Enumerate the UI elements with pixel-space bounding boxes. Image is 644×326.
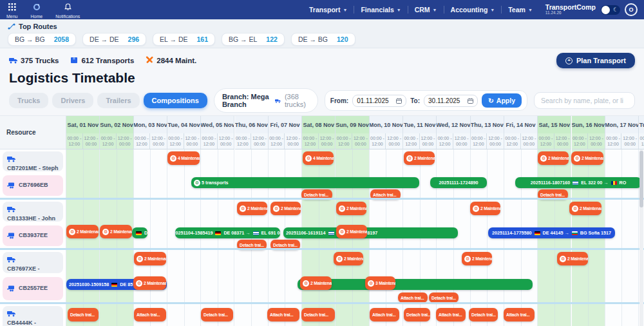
- apply-button[interactable]: ↻ Apply: [482, 93, 522, 108]
- navbar-item-label: Notifications: [55, 14, 80, 19]
- resource-trailer[interactable]: CB3937EE: [3, 225, 63, 246]
- bar-maintenance[interactable]: ⚙2 Maintenance !!: [134, 252, 166, 265]
- from-date-input[interactable]: [357, 97, 393, 104]
- bar-maintenance[interactable]: ⚙2 Maintenance !!: [100, 225, 132, 238]
- route-chip[interactable]: DE → DE296: [82, 33, 146, 46]
- route-count: 296: [128, 35, 140, 43]
- theme-toggle[interactable]: ☾: [601, 5, 620, 15]
- resource-truck[interactable]: CB1333HE - John Doe [1951]: [3, 202, 63, 222]
- gear-icon: ⚙: [406, 155, 413, 162]
- bar-trailer-op[interactable]: Attach trai...: [370, 308, 399, 321]
- bar-label: Detach trai...: [406, 312, 430, 317]
- resource-trailer[interactable]: CB7696EB: [3, 175, 63, 196]
- bar-maintenance[interactable]: ⚙2 Maintenance !!: [569, 202, 601, 215]
- bar-trailer-op[interactable]: Attach trai...: [267, 308, 299, 321]
- bar-maintenance[interactable]: ⚙2 Maintenance !!: [237, 202, 267, 215]
- day-header: Thu, 06 Nov: [235, 116, 269, 133]
- tab-trailers[interactable]: Trailers: [97, 93, 139, 108]
- scrollbar-thumb[interactable]: [639, 151, 643, 207]
- route-chip[interactable]: BG → BG2058: [8, 33, 76, 46]
- bar-maintenance[interactable]: ⚙2 Maintenance !!: [571, 151, 603, 165]
- group-separator: [0, 198, 644, 200]
- navbar-item-menu[interactable]: Menu: [6, 2, 18, 19]
- bar-trailer-op[interactable]: Attach trai...: [398, 292, 428, 303]
- resource-truck[interactable]: CB4444K - Michael Jordan [8000000021]: [3, 306, 63, 326]
- bar-label: 5 transports: [202, 180, 229, 186]
- bar-trailer-op[interactable]: Attach trai...: [504, 308, 535, 321]
- tab-compositions[interactable]: Compositions: [144, 93, 207, 108]
- chevron-down-icon: ▼: [528, 8, 533, 12]
- menu-transport[interactable]: Transport▼: [303, 6, 354, 14]
- menu-accounting[interactable]: Accounting▼: [444, 6, 502, 14]
- tab-trucks[interactable]: Trucks: [9, 93, 48, 108]
- bar-maintenance[interactable]: ⚙2 Maintenance !!: [270, 202, 301, 215]
- bar-trailer-op[interactable]: Detach trai...: [404, 308, 430, 321]
- bar-maintenance[interactable]: ⚙4 Maintenance !!: [303, 151, 334, 165]
- menu-financials[interactable]: Financials▼: [354, 6, 408, 14]
- search-input[interactable]: [534, 92, 635, 109]
- route-count: 2058: [54, 35, 69, 43]
- bar-transport[interactable]: 20251111-1724890: [430, 177, 487, 188]
- bar-trailer-op[interactable]: Detach trai...: [429, 292, 459, 303]
- to-date-input[interactable]: [428, 97, 464, 104]
- top-routes-label: Top Routes: [19, 23, 57, 30]
- plan-transport-button[interactable]: + Plan Transport: [556, 53, 635, 68]
- time-header: 00:00 -12:0012:00 -00:00: [403, 133, 437, 149]
- gear-icon: ⚙: [464, 256, 471, 262]
- bar-label: 2 Maintenance !!: [480, 206, 500, 211]
- bar-maintenance[interactable]: ⚙2 Maintenance !!: [334, 252, 363, 265]
- route-label: BG → BG: [15, 35, 45, 43]
- bar-maintenance[interactable]: ⚙2 Maintenance !!: [404, 151, 435, 165]
- gear-icon: ⚙: [170, 155, 176, 162]
- navbar-item-home[interactable]: Home: [31, 2, 43, 19]
- time-header: 00:00 -12:0012:00 -00:00: [302, 133, 336, 149]
- resource-trailer[interactable]: CB2557EE: [3, 277, 63, 300]
- navbar-item-notifications[interactable]: Notifications: [55, 2, 80, 19]
- time-slot: 00:00 -12:00: [504, 133, 521, 149]
- bar-transport[interactable]: ⚙: [298, 279, 533, 290]
- route-chip[interactable]: DE → BG120: [291, 33, 355, 46]
- route-chip[interactable]: BG → EL122: [222, 33, 285, 46]
- bar-maintenance[interactable]: ⚙2 Maintenance !!: [336, 202, 366, 215]
- time-header: 00:00 -12:0012:00 -00:00: [605, 133, 639, 149]
- bar-trailer-op[interactable]: Attach trai...: [134, 308, 166, 321]
- bar-label: Detach trai...: [431, 296, 456, 300]
- bar-maintenance[interactable]: ⚙4 Maintenance !!: [167, 151, 200, 165]
- bar-maintenance[interactable]: ⚙2 Maintenance !!: [300, 276, 332, 290]
- truck-icon: [9, 57, 17, 65]
- top-routes-bar: Top Routes BG → BG2058DE → DE296EL → DE1…: [0, 19, 644, 48]
- resource-truck[interactable]: CB7697XE - George Stone [2147]: [3, 252, 63, 273]
- bar-transport[interactable]: DE 5: [132, 227, 147, 238]
- trailer-icon: [7, 283, 15, 294]
- bar-transport[interactable]: 20251104-1585419 DE 08371 → EL 691 00: [175, 227, 280, 238]
- bar-maintenance[interactable]: ⚙2 Maintenance !!: [538, 151, 569, 165]
- chevron-down-icon: ▼: [433, 8, 437, 12]
- bar-maintenance[interactable]: ⚙3 Maintenance !!: [365, 276, 395, 290]
- bar-maintenance[interactable]: ⚙2 Maintenance !!: [462, 252, 492, 265]
- bar-transport[interactable]: 20251106-1619114 EL 4 men 28197: [283, 227, 458, 238]
- time-slot: 12:00 -00:00: [218, 133, 234, 149]
- resource-truck[interactable]: CB7201ME - Steph Curry [2313]: [3, 151, 63, 171]
- bar-trailer-op[interactable]: Detach trai...: [469, 308, 498, 321]
- bar-maintenance[interactable]: ⚙2 Maintenance !!: [557, 252, 588, 265]
- avatar[interactable]: O: [625, 3, 638, 16]
- bar-transport[interactable]: 20251114-1775580 DE 44145 → BG Sofia 151…: [488, 227, 615, 238]
- bar-trailer-op[interactable]: Detach trai...: [68, 308, 99, 321]
- bar-trailer-op[interactable]: Detach trai...: [301, 308, 335, 321]
- bar-maintenance[interactable]: ⚙2 Maintenance !!: [336, 225, 367, 238]
- bar-maintenance[interactable]: ⚙2 Maintenance !!: [133, 276, 166, 290]
- bar-maintenance[interactable]: ⚙2 Maintenance !!: [470, 202, 500, 215]
- menu-crm[interactable]: CRM▼: [408, 6, 444, 14]
- route-chip[interactable]: EL → DE161: [153, 33, 215, 46]
- menu-team[interactable]: Team▼: [502, 6, 539, 14]
- bar-trailer-op[interactable]: Attach trai...: [436, 308, 466, 321]
- bar-trailer-op[interactable]: Detach trai...: [201, 308, 233, 321]
- bar-transport[interactable]: ⚙5 transports: [191, 177, 419, 188]
- bar-maintenance[interactable]: ⚙2 Maintenance !!: [66, 225, 99, 238]
- bar-transport[interactable]: 20251116-1807160 EL 322 00 → RO: [515, 177, 641, 188]
- gear-icon: ⚙: [339, 206, 345, 212]
- branch-selector[interactable]: Branch: Mega Branch (368 trucks): [214, 88, 318, 113]
- gear-icon: ⚙: [560, 256, 566, 262]
- bar-label: Attach trai...: [270, 312, 293, 317]
- tab-drivers[interactable]: Drivers: [52, 93, 93, 108]
